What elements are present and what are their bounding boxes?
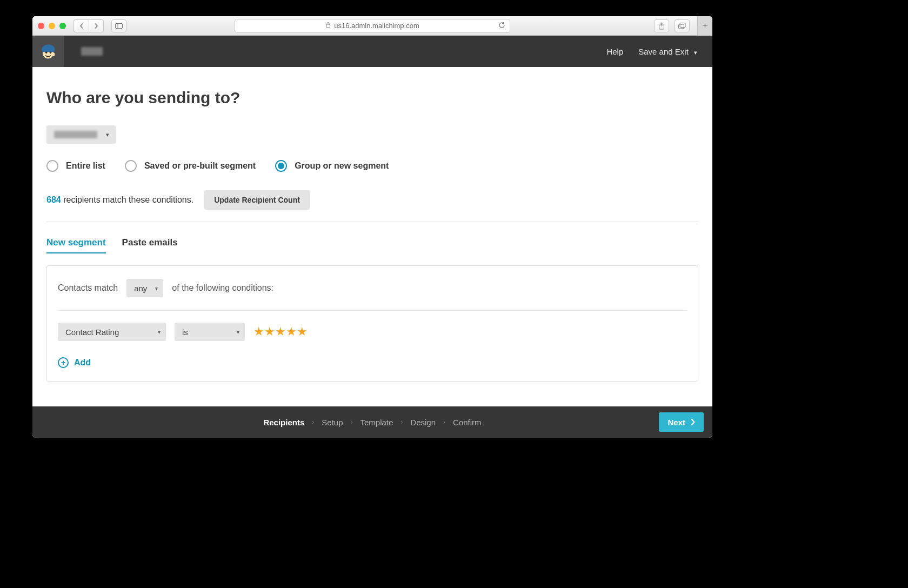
reload-icon[interactable] — [498, 22, 505, 30]
chevron-right-icon — [691, 419, 695, 425]
match-type-select[interactable]: any ▾ — [126, 279, 163, 297]
svg-point-8 — [45, 51, 48, 54]
condition-operator-select[interactable]: is ▾ — [175, 323, 245, 341]
step-design[interactable]: Design — [410, 418, 436, 427]
main-content: Who are you sending to? ▾ Entire list Sa… — [32, 67, 712, 406]
radio-icon — [275, 160, 287, 172]
close-window-icon[interactable] — [38, 23, 44, 29]
chevron-right-icon: › — [443, 418, 445, 426]
nav-buttons — [74, 19, 104, 32]
chevron-right-icon: › — [400, 418, 403, 426]
safari-toolbar: us16.admin.mailchimp.com + — [32, 16, 712, 36]
match-prefix: Contacts match — [58, 283, 118, 293]
radio-entire-list[interactable]: Entire list — [46, 160, 105, 172]
list-name-redacted — [54, 131, 97, 138]
back-button[interactable] — [74, 19, 89, 32]
list-select[interactable]: ▾ — [46, 125, 116, 144]
page-title: Who are you sending to? — [46, 89, 698, 107]
new-tab-button[interactable]: + — [697, 16, 712, 36]
svg-point-10 — [51, 52, 55, 56]
radio-saved-segment[interactable]: Saved or pre-built segment — [125, 160, 256, 172]
add-condition-button[interactable]: + Add — [58, 357, 687, 368]
svg-rect-5 — [680, 23, 685, 27]
chevron-down-icon: ▾ — [694, 49, 697, 56]
step-template[interactable]: Template — [360, 418, 393, 427]
match-type-value: any — [134, 284, 147, 293]
radio-group-or-new-segment[interactable]: Group or new segment — [275, 160, 389, 172]
radio-icon — [46, 160, 58, 172]
chevron-down-icon: ▾ — [106, 131, 109, 138]
mailchimp-logo[interactable] — [32, 36, 64, 67]
wizard-steps: Recipients › Setup › Template › Design ›… — [263, 418, 481, 427]
campaign-name-redacted — [81, 47, 103, 56]
save-and-exit-label: Save and Exit — [638, 47, 689, 56]
svg-rect-2 — [326, 24, 330, 28]
share-button[interactable] — [654, 19, 669, 32]
star-icon: ★ — [297, 325, 307, 339]
update-recipient-count-button[interactable]: Update Recipient Count — [204, 190, 310, 210]
condition-row: Contact Rating ▾ is ▾ ★ ★ ★ ★ ★ — [58, 323, 687, 341]
maximize-window-icon[interactable] — [59, 23, 66, 29]
next-label: Next — [667, 418, 685, 427]
chevron-down-icon: ▾ — [155, 285, 158, 291]
lock-icon — [325, 22, 331, 30]
monkey-icon — [38, 42, 58, 61]
add-label: Add — [74, 358, 91, 368]
tabs-button[interactable] — [675, 19, 690, 32]
chevron-right-icon: › — [350, 418, 352, 426]
step-setup[interactable]: Setup — [322, 418, 343, 427]
step-confirm[interactable]: Confirm — [453, 418, 482, 427]
app-header: Help Save and Exit ▾ — [32, 36, 712, 67]
star-icon: ★ — [286, 325, 296, 339]
tab-paste-emails[interactable]: Paste emails — [122, 237, 178, 253]
chevron-down-icon: ▾ — [158, 329, 161, 335]
window-controls — [38, 23, 66, 29]
recipient-count-link[interactable]: 684 — [46, 195, 61, 204]
wizard-footer: Recipients › Setup › Template › Design ›… — [32, 406, 712, 438]
svg-rect-4 — [679, 24, 684, 29]
radio-icon — [125, 160, 137, 172]
browser-window: us16.admin.mailchimp.com + — [32, 16, 712, 438]
help-link[interactable]: Help — [606, 47, 623, 56]
condition-operator-value: is — [182, 328, 188, 337]
chevron-down-icon: ▾ — [237, 329, 239, 335]
chevron-right-icon: › — [312, 418, 314, 426]
segment-tabs: New segment Paste emails — [46, 237, 698, 253]
sidebar-toggle-button[interactable] — [111, 19, 126, 32]
match-suffix: of the following conditions: — [172, 283, 273, 293]
star-icon: ★ — [275, 325, 285, 339]
save-and-exit-menu[interactable]: Save and Exit ▾ — [638, 47, 697, 56]
condition-field-value: Contact Rating — [65, 328, 119, 337]
plus-circle-icon: + — [58, 357, 69, 368]
svg-point-9 — [50, 51, 52, 54]
radio-label: Entire list — [66, 161, 105, 171]
minimize-window-icon[interactable] — [49, 23, 55, 29]
radio-label: Saved or pre-built segment — [144, 161, 256, 171]
condition-field-select[interactable]: Contact Rating ▾ — [58, 323, 166, 341]
match-row: Contacts match any ▾ of the following co… — [58, 279, 687, 311]
recipient-count-row: 684 recipients match these conditions. U… — [46, 190, 698, 222]
radio-label: Group or new segment — [295, 161, 389, 171]
star-icon: ★ — [264, 325, 275, 339]
tab-new-segment[interactable]: New segment — [46, 237, 106, 253]
star-icon: ★ — [253, 325, 264, 339]
url-text: us16.admin.mailchimp.com — [334, 22, 419, 30]
recipient-count-text: 684 recipients match these conditions. — [46, 195, 193, 205]
recipient-scope-radios: Entire list Saved or pre-built segment G… — [46, 160, 698, 172]
address-bar[interactable]: us16.admin.mailchimp.com — [235, 19, 510, 33]
forward-button[interactable] — [89, 19, 104, 32]
next-button[interactable]: Next — [659, 412, 704, 432]
step-recipients[interactable]: Recipients — [263, 418, 304, 427]
rating-stars[interactable]: ★ ★ ★ ★ ★ — [253, 325, 307, 339]
svg-rect-0 — [116, 23, 123, 28]
segment-builder: Contacts match any ▾ of the following co… — [46, 265, 698, 382]
recipient-suffix: recipients match these conditions. — [61, 195, 193, 204]
